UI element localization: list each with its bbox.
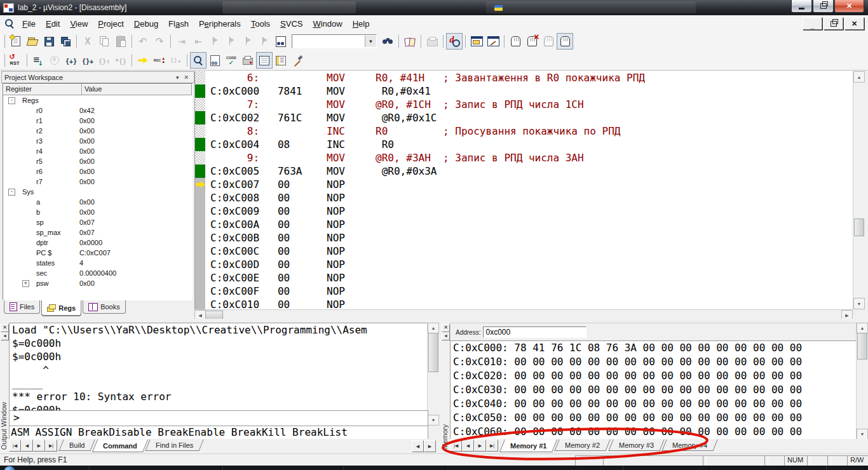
menu-flash[interactable]: Flash <box>163 17 194 30</box>
tab-build[interactable]: Build <box>58 440 95 451</box>
register-column-header[interactable]: Register <box>3 84 82 95</box>
toolbox-button[interactable] <box>289 52 306 69</box>
scroll-thumb[interactable] <box>857 333 867 359</box>
toggle-breakpoint-button[interactable] <box>507 33 524 50</box>
disassembly-line[interactable]: C:0xC00A 00 NOP <box>195 218 853 231</box>
disassembly-line[interactable]: C:0xC002 761C MOV @R0,#0x1C <box>195 111 853 124</box>
menu-edit[interactable]: Edit <box>41 17 65 30</box>
disassembly-vscrollbar[interactable]: ▲ ▼ <box>853 71 864 309</box>
disassembly-line[interactable]: C:0xC007 00 NOP <box>195 178 853 191</box>
register-row-r7[interactable]: r70x00 <box>3 177 192 187</box>
tab-files[interactable]: Files <box>4 300 40 314</box>
tab-command[interactable]: Command <box>92 440 148 452</box>
new-file-button[interactable] <box>8 33 24 50</box>
register-row-r6[interactable]: r60x00 <box>3 166 192 177</box>
disassembly-line[interactable]: 6: MOV R0, #41H ; Завантаження в R0 пока… <box>195 71 853 84</box>
register-row-sp[interactable]: sp0x07 <box>3 217 192 227</box>
tab-first-icon[interactable]: |◀ <box>9 440 21 452</box>
start-stop-debug-button[interactable] <box>446 33 463 50</box>
open-file-button[interactable] <box>24 33 41 50</box>
tab-memory-#2[interactable]: Memory #2 <box>555 440 611 451</box>
disassembly-line[interactable]: C:0xC00B 00 NOP <box>195 231 853 245</box>
symbol-window-button[interactable] <box>273 52 289 69</box>
save-button[interactable] <box>41 33 57 50</box>
menu-view[interactable]: View <box>65 17 93 30</box>
menu-window[interactable]: Window <box>308 17 347 30</box>
scroll-up-icon[interactable]: ▲ <box>428 323 439 333</box>
register-row-r2[interactable]: r20x00 <box>3 126 192 136</box>
tab-memory-#4[interactable]: Memory #4 <box>661 440 717 451</box>
scroll-left-icon[interactable]: ◀ <box>412 440 424 452</box>
scroll-right-icon[interactable]: ▶ <box>424 440 436 452</box>
close-button[interactable]: ✕ <box>834 0 864 13</box>
help-books-button[interactable] <box>402 33 418 50</box>
memory-pin-icon[interactable]: ◂ <box>442 332 450 340</box>
disassembly-line[interactable]: C:0xC010 00 NOP <box>195 298 853 309</box>
disassembly-line[interactable]: C:0xC00F 00 NOP <box>195 285 853 298</box>
register-row-b[interactable]: b0x00 <box>3 207 192 217</box>
disassembly-line[interactable]: C:0xC00C 00 NOP <box>195 245 853 258</box>
disassembly-line[interactable]: C:0xC008 00 NOP <box>195 191 853 205</box>
minimize-button[interactable] <box>791 0 812 13</box>
scroll-thumb[interactable] <box>854 218 864 236</box>
tab-memory-#3[interactable]: Memory #3 <box>608 440 664 451</box>
step-over-button[interactable] <box>79 52 96 69</box>
register-row-a[interactable]: a0x00 <box>3 197 192 207</box>
combobox-dropdown-icon[interactable]: ▼ <box>365 36 376 47</box>
disassembly-line[interactable]: C:0xC000 7841 MOV R0,#0x41 <box>195 84 853 98</box>
tab-next-icon[interactable]: ▶ <box>33 440 45 452</box>
disassembly-line[interactable]: C:0xC00E 00 NOP <box>195 271 853 285</box>
command-prompt[interactable]: > <box>9 410 428 427</box>
tab-prev-icon[interactable]: ◀ <box>21 440 33 452</box>
tab-prev-icon[interactable]: ◀ <box>462 440 474 452</box>
menu-project[interactable]: Project <box>93 17 128 30</box>
address-input[interactable] <box>483 326 587 338</box>
scroll-down-icon[interactable]: ▼ <box>857 429 868 440</box>
scroll-up-icon[interactable]: ▲ <box>853 71 865 83</box>
tab-next-icon[interactable]: ▶ <box>474 440 486 452</box>
register-row-sp-max[interactable]: sp_max0x07 <box>3 227 192 238</box>
memory-close-icon[interactable]: ✕ <box>442 324 450 332</box>
mdi-restore-button[interactable] <box>824 17 843 30</box>
register-row-sec[interactable]: sec0.00000400 <box>3 268 192 278</box>
find-combobox[interactable]: ▼ <box>292 34 377 48</box>
performance-analyzer-button[interactable] <box>240 52 256 69</box>
scroll-thumb[interactable] <box>428 333 438 372</box>
menu-help[interactable]: Help <box>348 17 375 30</box>
register-row-pc-[interactable]: PC $C:0xC007 <box>3 248 192 258</box>
tab-find-in-files[interactable]: Find in Files <box>146 440 205 451</box>
output-close-icon[interactable]: ✕ <box>1 324 9 332</box>
value-column-header[interactable]: Value <box>82 84 192 95</box>
register-row-sys[interactable]: -Sys <box>3 187 192 197</box>
mdi-minimize-button[interactable]: _ <box>803 17 822 30</box>
disassembly-line[interactable]: C:0xC005 763A MOV @R0,#0x3A <box>195 164 853 178</box>
taskbar-button[interactable] <box>89 466 221 470</box>
memory-hex-view[interactable]: C:0xC000: 78 41 76 1C 08 76 3A 00 00 00 … <box>450 340 857 440</box>
find-in-files-button[interactable] <box>273 33 289 50</box>
run-button[interactable] <box>30 52 46 69</box>
memory-window-button[interactable] <box>256 52 273 69</box>
register-row-states[interactable]: states4 <box>3 258 192 268</box>
start-orb-icon[interactable] <box>4 466 15 470</box>
watch-window-button[interactable] <box>207 52 223 69</box>
tab-first-icon[interactable]: |◀ <box>450 440 462 452</box>
tab-last-icon[interactable]: ▶| <box>486 440 498 452</box>
register-row-psw[interactable]: +psw0x00 <box>3 278 192 288</box>
command-output-text[interactable]: Load "C:\\Users\\YaR\\Desktop\\Creative\… <box>9 323 428 412</box>
collapse-icon[interactable]: - <box>8 189 15 196</box>
register-row-regs[interactable]: -Regs <box>3 95 192 105</box>
memory-vscrollbar[interactable]: ▲ ▼ <box>856 323 867 440</box>
menu-peripherals[interactable]: Peripherals <box>194 17 246 30</box>
disassembly-view[interactable]: 6: MOV R0, #41H ; Завантаження в R0 пока… <box>194 71 853 309</box>
tab-regs[interactable]: Regs <box>41 300 81 316</box>
disable-all-breakpoints-button[interactable] <box>557 33 573 50</box>
disassembly-line[interactable]: 9: MOV @R0, #3AH ; Запис в РПД числа 3AH <box>195 151 853 164</box>
restore-button[interactable] <box>813 0 834 13</box>
tab-books[interactable]: Books <box>83 300 126 314</box>
panel-menu-icon[interactable]: ▾ <box>173 74 182 81</box>
disassembly-line[interactable]: 7: MOV @R0, #1CH ; Запис в РПД числа 1CH <box>195 98 853 111</box>
tab-memory-#1[interactable]: Memory #1 <box>499 440 558 452</box>
trace-records-button[interactable] <box>151 52 168 69</box>
scroll-down-icon[interactable]: ▼ <box>428 415 439 426</box>
taskbar-button[interactable] <box>342 466 445 470</box>
